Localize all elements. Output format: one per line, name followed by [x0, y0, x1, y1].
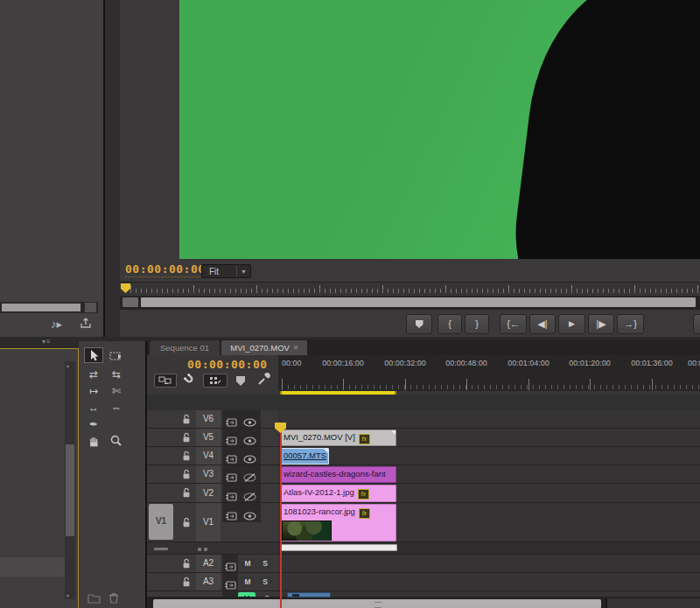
- timeline-clip-a1-audio[interactable]: [281, 544, 397, 551]
- track-lock-button[interactable]: [177, 503, 196, 542]
- scroll-up-icon[interactable]: ▴: [66, 362, 69, 368]
- playhead-line[interactable]: [280, 425, 282, 608]
- program-mini-ruler[interactable]: [120, 282, 700, 295]
- source-patch-v1[interactable]: V1: [149, 504, 173, 540]
- add-marker-button[interactable]: [406, 314, 432, 334]
- track-name[interactable]: V3: [196, 465, 220, 483]
- step-forward-button[interactable]: |▶: [588, 314, 614, 334]
- program-timecode[interactable]: 00:00:00:00: [125, 262, 206, 277]
- track-header-a2: A2 M S: [147, 555, 278, 573]
- scrollbar-left-button[interactable]: [122, 297, 138, 307]
- timeline-clip-00057-mts[interactable]: 00057.MTS: [280, 448, 329, 465]
- rolling-edit-tool[interactable]: ⇆: [107, 367, 126, 382]
- program-playhead-icon[interactable]: [121, 283, 130, 293]
- track-header-v5: V5: [147, 429, 278, 447]
- track-name[interactable]: V4: [196, 447, 220, 465]
- go-to-out-button[interactable]: →}: [617, 314, 644, 334]
- scrollbar-thumb[interactable]: [66, 444, 74, 536]
- mark-in-button[interactable]: {: [438, 314, 462, 334]
- timeline-clip-mvi-0270[interactable]: MVI_0270.MOV [V]fx: [280, 430, 396, 446]
- snap-icon[interactable]: [184, 374, 196, 389]
- timeline-ruler[interactable]: 00:00 00:00:16:00 00:00:32:00 00:00:48:0…: [278, 355, 700, 391]
- track-lock-button[interactable]: [177, 484, 196, 502]
- export-icon[interactable]: [79, 316, 93, 332]
- hand-tool[interactable]: [84, 433, 103, 449]
- tab-sequence-01[interactable]: Sequence 01: [150, 340, 220, 355]
- track-content-v6[interactable]: [278, 410, 700, 429]
- solo-button[interactable]: S: [259, 577, 271, 588]
- track-expand-dot[interactable]: [198, 548, 201, 551]
- project-list-row[interactable]: [0, 557, 66, 577]
- track-content-a2[interactable]: [278, 555, 700, 573]
- play-button[interactable]: ▶: [558, 314, 585, 334]
- razor-tool[interactable]: ✄: [107, 383, 126, 399]
- mark-out-button[interactable]: }: [465, 314, 489, 334]
- new-bin-icon[interactable]: [88, 591, 101, 607]
- program-scrollbar[interactable]: [120, 296, 700, 309]
- track-lock-button[interactable]: [177, 429, 196, 446]
- audio-preview-icon[interactable]: ♪▸: [51, 318, 62, 331]
- mute-button[interactable]: M: [242, 558, 254, 570]
- track-content-v4[interactable]: [278, 447, 700, 465]
- panel-menu-icon[interactable]: ▾≡: [42, 338, 52, 346]
- track-lock-button[interactable]: [177, 465, 196, 483]
- track-select-tool[interactable]: [107, 348, 126, 364]
- track-lock-button[interactable]: [177, 447, 196, 465]
- trash-icon[interactable]: [108, 591, 119, 607]
- mute-button[interactable]: M: [242, 577, 254, 588]
- marker-icon[interactable]: [236, 376, 245, 386]
- scrollbar-thumb[interactable]: [153, 599, 601, 608]
- track-name[interactable]: A3: [196, 573, 220, 591]
- linked-selection-button[interactable]: [203, 374, 228, 388]
- track-expand-dot[interactable]: [204, 548, 207, 551]
- track-name[interactable]: V6: [196, 410, 220, 428]
- track-name[interactable]: V1: [196, 503, 220, 542]
- timeline-clip-atlas-iv[interactable]: Atlas-IV-2012-1.jpgfx: [280, 485, 396, 502]
- track-name[interactable]: A2: [196, 555, 220, 572]
- clip-label: wizard-castles-dragons-fant: [284, 469, 386, 479]
- track-lock-button[interactable]: [177, 410, 196, 428]
- scrollbar-end-button[interactable]: [85, 303, 96, 312]
- track-name[interactable]: V2: [196, 484, 220, 502]
- clip-thumbnail: [282, 521, 332, 542]
- close-icon[interactable]: ×: [293, 343, 298, 353]
- ripple-edit-tool[interactable]: ⇄: [84, 367, 103, 382]
- track-header-v4: V4: [147, 447, 278, 465]
- track-header-a1-collapsed[interactable]: [147, 542, 278, 555]
- track-header-v1: V1 V1: [147, 503, 278, 542]
- track-content-a3[interactable]: [278, 573, 700, 591]
- timeline-clip-wizard-castles[interactable]: wizard-castles-dragons-fant: [280, 466, 396, 483]
- sync-lock-icon[interactable]: [226, 508, 237, 524]
- track-resize-handle[interactable]: [154, 548, 168, 550]
- step-back-button[interactable]: ◀|: [529, 314, 556, 334]
- timeline-clip-rancor[interactable]: 1081023-rancor.jpgfx: [280, 504, 396, 542]
- ruler-label: 00:00: [282, 359, 302, 367]
- zoom-level-dropdown[interactable]: Fit ▼: [201, 264, 251, 278]
- left-panel-scrollbar[interactable]: [0, 302, 98, 313]
- tab-mvi-0270[interactable]: MVI_0270.MOV×: [221, 340, 307, 355]
- project-scrollbar[interactable]: ▴ ▾: [65, 361, 75, 599]
- slip-tool[interactable]: ↔: [84, 400, 103, 416]
- solo-button[interactable]: S: [259, 558, 271, 570]
- track-lock-button[interactable]: [177, 555, 196, 572]
- rate-stretch-tool[interactable]: ↦: [84, 383, 103, 399]
- timeline-settings-wrench-icon[interactable]: [257, 372, 271, 389]
- track-name[interactable]: V5: [196, 429, 220, 446]
- selection-tool[interactable]: [84, 347, 103, 363]
- scrollbar-thumb[interactable]: [141, 297, 696, 307]
- pen-tool[interactable]: ✒: [84, 416, 103, 432]
- scroll-down-icon[interactable]: ▾: [66, 592, 69, 598]
- track-icons: [222, 573, 238, 591]
- go-to-in-button[interactable]: {←: [500, 314, 527, 334]
- eye-icon[interactable]: [243, 508, 256, 524]
- slide-tool[interactable]: ⇔: [107, 400, 126, 416]
- zoom-tool[interactable]: [107, 433, 126, 449]
- nest-toggle-button[interactable]: [154, 374, 177, 388]
- track-lock-button[interactable]: [177, 573, 196, 591]
- track-lock-button[interactable]: [177, 591, 196, 597]
- timeline-horizontal-scrollbar[interactable]: [147, 598, 700, 608]
- track-content-a4[interactable]: [278, 591, 700, 598]
- project-panel[interactable]: ▴ ▾: [0, 348, 79, 608]
- transport-extra-button[interactable]: [693, 314, 700, 334]
- scrollbar-thumb[interactable]: [2, 304, 80, 311]
